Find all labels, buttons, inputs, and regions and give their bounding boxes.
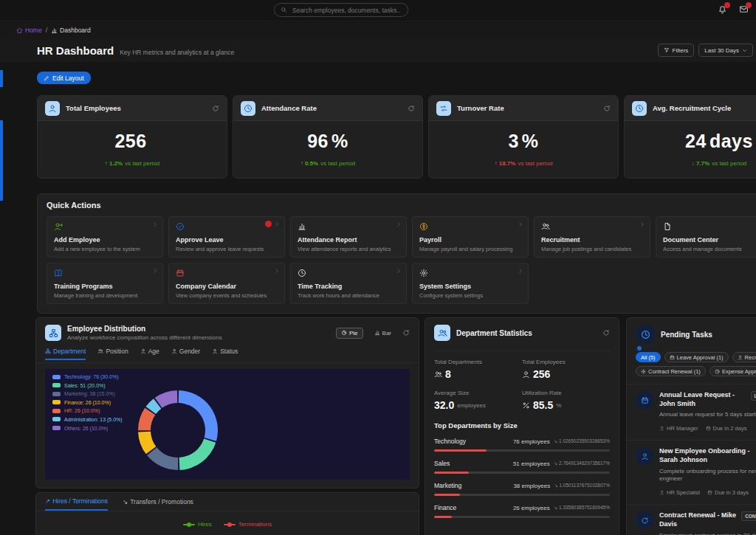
quick-action-time-tracking[interactable]: Time Tracking Track work hours and atten… bbox=[290, 263, 407, 304]
panel-title: Pending Tasks bbox=[661, 331, 712, 339]
legend-label: Administration: 13 (5.0%) bbox=[64, 417, 123, 422]
tab-department[interactable]: Department bbox=[45, 348, 86, 360]
pie-view-toggle[interactable]: Pie bbox=[336, 328, 363, 339]
quick-action-add-employee[interactable]: Add Employee Add a new employee to the s… bbox=[47, 216, 163, 258]
chevron-right-icon bbox=[396, 268, 402, 274]
refresh-icon[interactable] bbox=[602, 329, 610, 336]
quick-action-training-programs[interactable]: Training Programs Manage training and de… bbox=[47, 263, 163, 304]
quick-action-document-center[interactable]: Document Center Access and manage docume… bbox=[656, 216, 756, 258]
tab-hires-terminations[interactable]: ↗ Hires / Terminations bbox=[45, 497, 108, 511]
stat-value: 24days bbox=[625, 131, 756, 152]
stat-trend: ↑ 18.7%vs last period bbox=[429, 160, 618, 167]
page-title: HR Dashboard bbox=[37, 44, 114, 57]
breadcrumb-current-label: Dashboard bbox=[60, 27, 91, 34]
employee-distribution-panel: Employee Distribution Analyze workforce … bbox=[35, 317, 419, 489]
chip-all[interactable]: All (5) bbox=[636, 352, 661, 362]
global-search[interactable] bbox=[274, 3, 408, 17]
chart-legend: Technology: 76 (30.0%)Sales: 51 (20.0%)M… bbox=[52, 374, 123, 434]
clock-icon bbox=[241, 101, 255, 116]
tab-status[interactable]: Status bbox=[212, 348, 238, 359]
chevron-right-icon bbox=[152, 221, 158, 227]
quick-action-attendance-report[interactable]: Attendance Report View attendance report… bbox=[290, 216, 407, 258]
donut-slice-marketing bbox=[147, 447, 178, 470]
chip-contract-renewal[interactable]: Contract Renewal (1) bbox=[636, 366, 706, 376]
refresh-icon[interactable] bbox=[402, 329, 410, 336]
chevron-right-icon bbox=[396, 221, 402, 227]
quick-action-system-settings[interactable]: System Settings Configure system setting… bbox=[412, 263, 529, 304]
quick-action-title: Company Calendar bbox=[176, 283, 278, 290]
stat-value: 3% bbox=[429, 131, 618, 152]
file-icon bbox=[663, 222, 672, 231]
legend-swatch bbox=[52, 383, 61, 387]
quick-actions-title: Quick Actions bbox=[47, 201, 756, 210]
breadcrumb-home-label: Home bbox=[25, 27, 42, 34]
progress-fill bbox=[434, 516, 452, 518]
trend-down-icon: ↘ bbox=[123, 498, 128, 505]
bar-toggle-label: Bar bbox=[382, 330, 391, 336]
task-desc: Annual leave request for 5 days starting… bbox=[659, 411, 756, 419]
legend-swatch bbox=[52, 400, 61, 404]
users-icon bbox=[541, 222, 550, 231]
quick-action-desc: Manage payroll and salary processing bbox=[419, 246, 521, 252]
chip-leave-approval[interactable]: Leave Approval (1) bbox=[664, 352, 729, 362]
trends-panel: ↗ Hires / Terminations ↘ Transfers / Pro… bbox=[35, 492, 419, 535]
quick-action-company-calendar[interactable]: Company Calendar View company events and… bbox=[168, 263, 285, 304]
calendar-icon bbox=[636, 391, 653, 409]
tab-position[interactable]: Position bbox=[97, 348, 128, 359]
search-icon bbox=[281, 7, 287, 13]
book-icon bbox=[54, 269, 63, 277]
refresh-icon[interactable] bbox=[408, 105, 415, 112]
legend-item: Finance: 26 (10.0%) bbox=[52, 400, 123, 405]
date-range-select[interactable]: Last 30 Days bbox=[698, 44, 753, 57]
search-input[interactable] bbox=[291, 6, 402, 15]
user-icon bbox=[636, 447, 653, 465]
trend-up-icon: ↗ bbox=[45, 497, 50, 505]
messages-button[interactable] bbox=[739, 4, 749, 14]
quick-action-approve-leave[interactable]: Approve Leave Review and approve leave r… bbox=[168, 216, 285, 258]
notifications-button[interactable] bbox=[718, 4, 727, 14]
tab-transfers-promotions[interactable]: ↘ Transfers / Promotions bbox=[123, 497, 193, 511]
edit-layout-button[interactable]: Edit Layout bbox=[37, 72, 91, 84]
tab-age[interactable]: Age bbox=[140, 348, 159, 359]
breadcrumb-home-link[interactable]: Home bbox=[16, 27, 42, 34]
clock-icon bbox=[715, 369, 720, 374]
task-filter-chips: All (5) Leave Approval (1) Recruitment (… bbox=[627, 351, 756, 384]
stat-card-title: Turnover Rate bbox=[457, 104, 597, 112]
task-new-employee-onboarding[interactable]: New Employee Onboarding - Sarah Johnson … bbox=[627, 440, 756, 504]
task-desc: Employment contract expires in 30 days bbox=[659, 532, 756, 535]
quick-action-payroll[interactable]: Payroll Manage payroll and salary proces… bbox=[412, 216, 529, 258]
trend-chart-legend: Hires Terminations bbox=[36, 521, 419, 528]
refresh-icon[interactable] bbox=[212, 105, 219, 112]
badge-dot bbox=[637, 346, 642, 351]
bar-view-toggle[interactable]: Bar bbox=[369, 328, 396, 339]
progress-fill bbox=[434, 494, 460, 496]
tab-gender[interactable]: Gender bbox=[171, 348, 200, 359]
task-annual-leave-request[interactable]: Annual Leave Request - John Smith LEAVE … bbox=[627, 384, 756, 440]
home-icon bbox=[16, 27, 23, 34]
quick-action-title: System Settings bbox=[419, 283, 521, 290]
chevron-right-icon bbox=[518, 268, 523, 274]
task-due: Due in 2 days bbox=[706, 425, 747, 432]
calendar-icon bbox=[707, 490, 712, 495]
legend-swatch bbox=[52, 409, 61, 413]
chip-recruitment[interactable]: Recruitment (2) bbox=[732, 352, 756, 362]
task-contract-renewal[interactable]: Contract Renewal - Mike Davis CONTRACT R… bbox=[627, 504, 756, 535]
filters-button[interactable]: Filters bbox=[658, 44, 695, 57]
distribution-tabs: Department Position Age Gender Status bbox=[36, 348, 419, 363]
gear-icon bbox=[641, 369, 646, 374]
dept-row-sales: Sales51 employees↘ 2.7649134629735617% bbox=[434, 460, 610, 474]
percent-icon bbox=[522, 401, 530, 410]
dept-row-technology: Technology76 employees↘ 1.02650235503266… bbox=[434, 438, 610, 452]
distribution-chart-area: Technology: 76 (30.0%)Sales: 51 (20.0%)M… bbox=[45, 369, 410, 480]
quick-action-desc: Manage training and development bbox=[54, 292, 156, 299]
chip-expense-approval[interactable]: Expense Approval (1) bbox=[709, 366, 756, 376]
refresh-icon[interactable] bbox=[603, 105, 611, 112]
quick-action-recruitment[interactable]: Recruitment Manage job postings and cand… bbox=[534, 216, 650, 258]
quick-actions-panel: Quick Actions Add Employee Add a new emp… bbox=[37, 193, 756, 314]
sitemap-icon bbox=[45, 325, 61, 341]
quick-action-desc: Track work hours and attendance bbox=[298, 292, 399, 299]
quick-action-desc: Manage job postings and candidates bbox=[541, 246, 643, 252]
stat-total-employees: Total Employees 256 bbox=[522, 359, 610, 380]
edit-layout-label: Edit Layout bbox=[52, 75, 84, 82]
chart-icon bbox=[51, 27, 58, 34]
